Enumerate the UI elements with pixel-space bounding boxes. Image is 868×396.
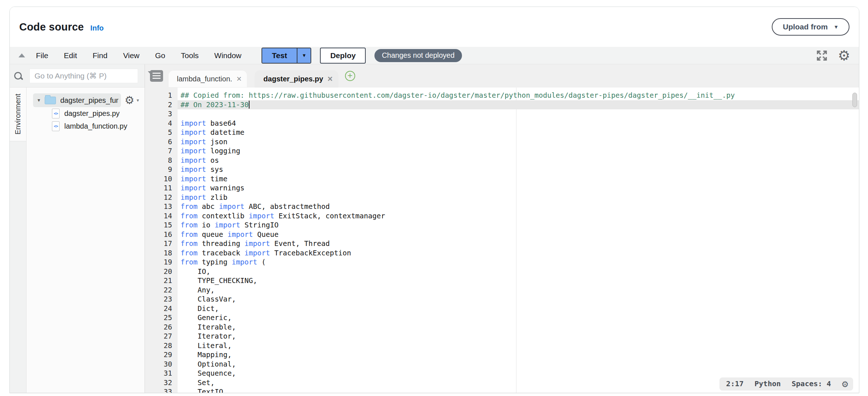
line-number[interactable]: 19 <box>145 258 172 267</box>
code-line[interactable]: from threading import Event, Thread <box>178 239 859 248</box>
syntax-mode[interactable]: Python <box>755 379 781 389</box>
code-area[interactable]: ## Copied from: https://raw.githubuserco… <box>178 88 859 393</box>
line-number[interactable]: 32 <box>145 378 172 388</box>
editor-settings-gear-icon[interactable]: ⚙ <box>838 49 850 62</box>
cursor-position[interactable]: 2:17 <box>726 379 743 389</box>
line-number[interactable]: 9 <box>145 165 172 174</box>
line-number[interactable]: 33 <box>145 387 172 393</box>
line-number[interactable]: 7 <box>145 146 172 156</box>
tree-folder-row[interactable]: ▼ dagster_pipes_funct <box>33 93 121 107</box>
code-line[interactable]: Any, <box>178 286 859 295</box>
test-button[interactable]: Test <box>262 48 297 63</box>
tree-file-row[interactable]: <>dagster_pipes.py <box>27 107 145 120</box>
code-line[interactable]: Dict, <box>178 304 859 314</box>
editor-tab-lambda_function.[interactable]: lambda_function.× <box>168 70 247 88</box>
line-number[interactable]: 10 <box>145 174 172 184</box>
line-number[interactable]: 14 <box>145 211 172 221</box>
status-settings-gear-icon[interactable]: ⚙ <box>842 379 848 389</box>
code-line[interactable]: import logging <box>178 146 859 156</box>
line-number[interactable]: 17 <box>145 239 172 248</box>
menu-item-find[interactable]: Find <box>93 51 108 60</box>
line-number[interactable]: 11 <box>145 183 172 193</box>
code-line[interactable]: Iterator, <box>178 332 859 341</box>
code-line[interactable]: import time <box>178 174 859 184</box>
line-number[interactable]: 3 <box>145 109 172 119</box>
code-line[interactable]: from io import StringIO <box>178 221 859 230</box>
code-line[interactable]: from queue import Queue <box>178 230 859 239</box>
tab-list-icon[interactable] <box>150 70 163 82</box>
line-number[interactable]: 4 <box>145 119 172 128</box>
line-number[interactable]: 23 <box>145 295 172 304</box>
line-number[interactable]: 2 <box>145 100 172 110</box>
code-line[interactable]: ## On 2023-11-30 <box>178 100 859 110</box>
tab-size[interactable]: Spaces: 4 <box>792 379 831 389</box>
code-line[interactable]: Sequence, <box>178 369 859 378</box>
code-line[interactable]: import warnings <box>178 183 859 193</box>
code-line[interactable]: ClassVar, <box>178 295 859 304</box>
code-editor[interactable]: 1234567891011121314151617181920212223242… <box>145 88 859 393</box>
line-number[interactable]: 16 <box>145 230 172 239</box>
test-split-button[interactable]: Test ▼ <box>261 48 312 64</box>
line-number[interactable]: 28 <box>145 341 172 351</box>
line-number[interactable]: 8 <box>145 156 172 165</box>
tree-file-row[interactable]: <>lambda_function.py <box>27 120 145 133</box>
close-tab-icon[interactable]: × <box>236 74 242 83</box>
code-line[interactable] <box>178 109 859 119</box>
line-number[interactable]: 18 <box>145 248 172 258</box>
menu-item-go[interactable]: Go <box>155 51 165 60</box>
test-dropdown-button[interactable]: ▼ <box>297 48 311 63</box>
menu-item-view[interactable]: View <box>123 51 139 60</box>
deploy-button[interactable]: Deploy <box>320 48 366 64</box>
line-number[interactable]: 13 <box>145 202 172 211</box>
code-line[interactable]: Generic, <box>178 313 859 323</box>
line-number[interactable]: 15 <box>145 221 172 230</box>
chevron-down-icon[interactable]: ▼ <box>136 98 140 102</box>
folder-expand-caret-icon[interactable]: ▼ <box>37 98 41 103</box>
code-line[interactable]: Mapping, <box>178 350 859 360</box>
code-line[interactable]: Optional, <box>178 360 859 369</box>
collapse-panel-icon[interactable] <box>19 53 25 57</box>
line-number[interactable]: 22 <box>145 286 172 295</box>
line-number[interactable]: 29 <box>145 350 172 360</box>
line-number[interactable]: 25 <box>145 313 172 323</box>
code-line[interactable]: import zlib <box>178 193 859 202</box>
line-number[interactable]: 24 <box>145 304 172 314</box>
menu-item-tools[interactable]: Tools <box>181 51 199 60</box>
line-number-gutter[interactable]: 1234567891011121314151617181920212223242… <box>145 88 178 393</box>
menu-item-edit[interactable]: Edit <box>64 51 77 60</box>
environment-tab[interactable]: Environment <box>10 88 26 141</box>
line-number[interactable]: 20 <box>145 267 172 276</box>
tree-settings-gear-icon[interactable]: ⚙ <box>125 95 134 106</box>
line-number[interactable]: 6 <box>145 137 172 147</box>
code-line[interactable]: from contextlib import ExitStack, contex… <box>178 211 859 221</box>
code-line[interactable]: IO, <box>178 267 859 276</box>
go-to-anything-input[interactable] <box>29 69 138 83</box>
line-number[interactable]: 1 <box>145 91 172 100</box>
line-number[interactable]: 21 <box>145 276 172 286</box>
menu-item-window[interactable]: Window <box>214 51 242 60</box>
close-tab-icon[interactable]: × <box>328 74 333 83</box>
upload-from-button[interactable]: Upload from ▼ <box>772 18 849 36</box>
code-line[interactable]: import sys <box>178 165 859 174</box>
line-number[interactable]: 30 <box>145 360 172 369</box>
code-line[interactable]: from typing import ( <box>178 258 859 267</box>
line-number[interactable]: 26 <box>145 323 172 332</box>
code-line[interactable]: Literal, <box>178 341 859 351</box>
code-line[interactable]: import os <box>178 156 859 165</box>
code-line[interactable]: import datetime <box>178 128 859 137</box>
code-line[interactable]: TYPE_CHECKING, <box>178 276 859 286</box>
line-number[interactable]: 5 <box>145 128 172 137</box>
code-line[interactable]: Iterable, <box>178 323 859 332</box>
line-number[interactable]: 27 <box>145 332 172 341</box>
fullscreen-icon[interactable] <box>816 50 828 61</box>
code-line[interactable]: ## Copied from: https://raw.githubuserco… <box>178 91 859 100</box>
code-line[interactable]: import base64 <box>178 119 859 128</box>
vertical-scrollbar-thumb[interactable] <box>852 93 857 107</box>
line-number[interactable]: 31 <box>145 369 172 378</box>
new-tab-button[interactable]: + <box>345 71 355 81</box>
code-line[interactable]: from abc import ABC, abstractmethod <box>178 202 859 211</box>
menu-item-file[interactable]: File <box>36 51 48 60</box>
code-line[interactable]: import json <box>178 137 859 147</box>
info-link[interactable]: Info <box>90 24 104 32</box>
code-line[interactable]: from traceback import TracebackException <box>178 248 859 258</box>
